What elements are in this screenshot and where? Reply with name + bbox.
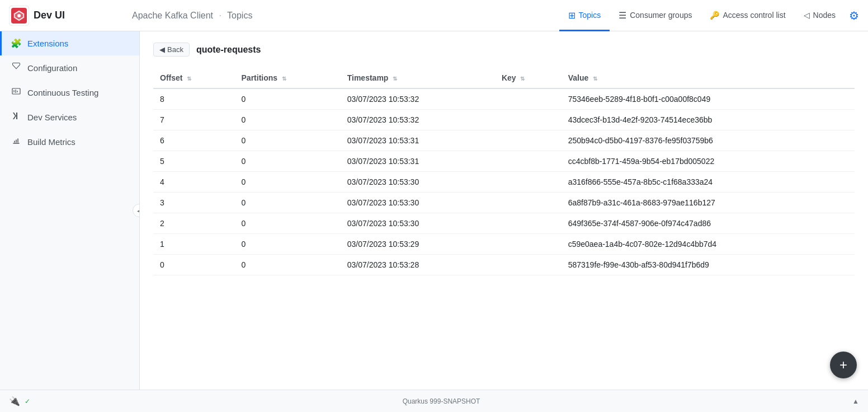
nav-nodes[interactable]: ◁ Nodes <box>795 2 845 30</box>
fab-button[interactable]: + <box>830 352 857 378</box>
cell-key <box>495 88 562 110</box>
partitions-sort-icon: ⇅ <box>282 76 286 82</box>
plugin-status-icon: 🔌 <box>9 396 20 406</box>
logo-icon <box>9 6 29 26</box>
table-row: 3003/07/2023 10:53:306a8f87b9-a31c-461a-… <box>153 193 855 213</box>
footer: 🔌 ✓ Quarkus 999-SNAPSHOT ▲ <box>0 390 868 412</box>
consumer-groups-nav-icon: ☰ <box>619 10 626 21</box>
cell-offset: 6 <box>153 130 235 151</box>
cell-timestamp: 03/07/2023 10:53:32 <box>341 88 495 110</box>
sidebar-collapse-button[interactable]: ◀ <box>133 204 140 217</box>
cell-timestamp: 03/07/2023 10:53:29 <box>341 234 495 255</box>
cell-key <box>495 234 562 255</box>
nav-consumer-groups[interactable]: ☰ Consumer groups <box>610 1 701 31</box>
col-offset[interactable]: Offset ⇅ <box>153 68 235 88</box>
nav-topics[interactable]: ⊞ Topics <box>559 1 610 31</box>
cell-value: 587319fe-f99e-430b-af53-80d941f7b6d9 <box>562 255 855 275</box>
key-sort-icon: ⇅ <box>520 76 525 82</box>
cell-key <box>495 151 562 172</box>
col-timestamp[interactable]: Timestamp ⇅ <box>341 68 495 88</box>
nav-access-control-list[interactable]: 🔑 Access control list <box>701 2 794 30</box>
col-value[interactable]: Value ⇅ <box>562 68 855 88</box>
version-text: Quarkus 999-SNAPSHOT <box>35 397 848 405</box>
table-row: 0003/07/2023 10:53:28587319fe-f99e-430b-… <box>153 255 855 275</box>
cell-key <box>495 130 562 151</box>
table-row: 4003/07/2023 10:53:30a316f866-555e-457a-… <box>153 172 855 193</box>
table-row: 8003/07/2023 10:53:3275346eeb-5289-4f18-… <box>153 88 855 110</box>
cell-offset: 1 <box>153 234 235 255</box>
cell-timestamp: 03/07/2023 10:53:32 <box>341 110 495 130</box>
cell-offset: 2 <box>153 213 235 234</box>
cell-offset: 3 <box>153 193 235 213</box>
col-key[interactable]: Key ⇅ <box>495 68 562 88</box>
dev-services-icon <box>11 111 22 123</box>
cell-partitions: 0 <box>235 172 341 193</box>
content-area: ◀ Back quote-requests Offset ⇅ Partition… <box>140 31 868 390</box>
cell-offset: 4 <box>153 172 235 193</box>
value-sort-icon: ⇅ <box>593 76 597 82</box>
table-body: 8003/07/2023 10:53:3275346eeb-5289-4f18-… <box>153 88 855 275</box>
back-icon: ◀ <box>159 45 165 54</box>
cell-key <box>495 172 562 193</box>
sidebar: 🧩 Extensions Configuration Continuous Te… <box>0 31 140 390</box>
cell-partitions: 0 <box>235 193 341 213</box>
svg-point-4 <box>17 14 21 17</box>
cell-offset: 0 <box>153 255 235 275</box>
offset-sort-icon: ⇅ <box>187 76 191 82</box>
nodes-nav-icon: ◁ <box>804 11 810 20</box>
table-header: Offset ⇅ Partitions ⇅ Timestamp ⇅ Key ⇅ <box>153 68 855 88</box>
cell-timestamp: 03/07/2023 10:53:30 <box>341 193 495 213</box>
plugin-active-indicator: ✓ <box>25 397 30 405</box>
cell-timestamp: 03/07/2023 10:53:30 <box>341 172 495 193</box>
data-table: Offset ⇅ Partitions ⇅ Timestamp ⇅ Key ⇅ <box>153 68 855 275</box>
continuous-testing-icon <box>11 87 22 98</box>
table-row: 5003/07/2023 10:53:31cc4cbf8b-1771-459a-… <box>153 151 855 172</box>
svg-rect-5 <box>12 88 20 94</box>
breadcrumb-row: ◀ Back quote-requests <box>153 43 855 57</box>
cell-offset: 7 <box>153 110 235 130</box>
sidebar-item-continuous-testing[interactable]: Continuous Testing <box>0 80 139 105</box>
extensions-icon: 🧩 <box>11 38 22 49</box>
chevron-up-icon[interactable]: ▲ <box>852 397 859 405</box>
sidebar-item-extensions[interactable]: 🧩 Extensions <box>0 31 139 55</box>
cell-value: c59e0aea-1a4b-4c07-802e-12d94c4bb7d4 <box>562 234 855 255</box>
logo-area: Dev UI <box>9 6 132 26</box>
main-layout: 🧩 Extensions Configuration Continuous Te… <box>0 31 868 390</box>
cell-timestamp: 03/07/2023 10:53:31 <box>341 130 495 151</box>
build-metrics-icon <box>11 136 22 147</box>
cell-timestamp: 03/07/2023 10:53:31 <box>341 151 495 172</box>
cell-offset: 5 <box>153 151 235 172</box>
top-header: Dev UI Apache Kafka Client · Topics ⊞ To… <box>0 0 868 31</box>
table-row: 7003/07/2023 10:53:3243dcec3f-b13d-4e2f-… <box>153 110 855 130</box>
cell-value: 75346eeb-5289-4f18-b0f1-c00a00f8c049 <box>562 88 855 110</box>
cell-value: 43dcec3f-b13d-4e2f-9203-74514ece36bb <box>562 110 855 130</box>
cell-value: 250b94c0-d5b0-4197-8376-fe95f03759b6 <box>562 130 855 151</box>
cell-partitions: 0 <box>235 130 341 151</box>
back-button[interactable]: ◀ Back <box>153 43 190 57</box>
cell-value: cc4cbf8b-1771-459a-9b54-eb17bd005022 <box>562 151 855 172</box>
table-row: 1003/07/2023 10:53:29c59e0aea-1a4b-4c07-… <box>153 234 855 255</box>
topic-name-title: quote-requests <box>196 45 261 55</box>
cell-timestamp: 03/07/2023 10:53:30 <box>341 213 495 234</box>
top-nav: ⊞ Topics ☰ Consumer groups 🔑 Access cont… <box>559 1 859 31</box>
col-partitions[interactable]: Partitions ⇅ <box>235 68 341 88</box>
cell-key <box>495 193 562 213</box>
configuration-icon <box>11 62 22 73</box>
cell-offset: 8 <box>153 88 235 110</box>
app-title: Apache Kafka Client · Topics <box>132 11 559 21</box>
cell-partitions: 0 <box>235 255 341 275</box>
gear-button[interactable]: ⚙ <box>849 9 859 22</box>
cell-key <box>495 255 562 275</box>
cell-partitions: 0 <box>235 234 341 255</box>
table-row: 6003/07/2023 10:53:31250b94c0-d5b0-4197-… <box>153 130 855 151</box>
cell-value: a316f866-555e-457a-8b5c-c1f68a333a24 <box>562 172 855 193</box>
sidebar-item-configuration[interactable]: Configuration <box>0 55 139 80</box>
sidebar-item-dev-services[interactable]: Dev Services <box>0 105 139 129</box>
table-row: 2003/07/2023 10:53:30649f365e-374f-4587-… <box>153 213 855 234</box>
acl-nav-icon: 🔑 <box>710 11 719 20</box>
cell-value: 649f365e-374f-4587-906e-0f974c47ad86 <box>562 213 855 234</box>
cell-key <box>495 110 562 130</box>
cell-timestamp: 03/07/2023 10:53:28 <box>341 255 495 275</box>
sidebar-item-build-metrics[interactable]: Build Metrics <box>0 129 139 154</box>
cell-partitions: 0 <box>235 88 341 110</box>
